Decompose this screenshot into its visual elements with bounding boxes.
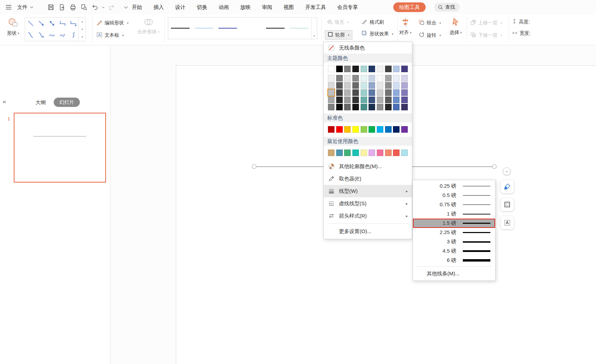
line-weight-item[interactable]: 1 磅 [413, 209, 495, 219]
line-style-sample[interactable] [168, 18, 192, 39]
collapse-toolbar-button[interactable]: − [503, 167, 511, 175]
line-start-handle[interactable] [252, 164, 256, 169]
color-swatch[interactable] [336, 66, 343, 72]
color-swatch[interactable] [352, 126, 359, 133]
color-swatch[interactable] [344, 82, 351, 89]
color-swatch[interactable] [401, 66, 408, 72]
output-icon[interactable] [57, 2, 67, 12]
hamburger-menu-icon[interactable] [3, 2, 14, 12]
color-swatch[interactable] [328, 89, 334, 96]
color-swatch[interactable] [377, 75, 383, 81]
slide-thumbnail[interactable] [14, 113, 106, 183]
color-swatch[interactable] [336, 97, 343, 103]
color-swatch[interactable] [352, 82, 359, 89]
undo-icon[interactable] [90, 2, 100, 12]
color-swatch[interactable] [361, 126, 367, 133]
line-weight-item[interactable]: 6 磅 [413, 256, 495, 265]
line-style-sample[interactable] [263, 18, 287, 39]
shapes-button[interactable]: 形状▾ [4, 17, 22, 36]
collapse-panel-button[interactable]: « [3, 98, 6, 105]
menu-tab[interactable]: 视图 [284, 4, 294, 11]
tab-outline[interactable]: 大纲 [35, 99, 46, 106]
color-swatch[interactable] [369, 97, 375, 103]
menu-tab[interactable]: 会员专享 [337, 4, 358, 11]
color-swatch[interactable] [344, 75, 351, 81]
line-weight-item[interactable]: 1.5 磅 [413, 219, 495, 228]
color-swatch[interactable] [352, 150, 359, 156]
no-line-color-item[interactable]: 无线条颜色 [324, 42, 412, 54]
color-swatch[interactable] [328, 82, 334, 89]
arrow-style-item[interactable]: 箭头样式(R) ▸ [324, 210, 412, 222]
color-swatch[interactable] [393, 89, 400, 96]
menu-tab[interactable]: 插入 [153, 4, 164, 11]
color-swatch[interactable] [328, 97, 334, 103]
more-lines-item[interactable]: 其他线条(M)... [413, 268, 495, 279]
line-style-sample[interactable] [240, 18, 263, 39]
gallery-scroll-down-icon[interactable]: ▾ [79, 25, 86, 33]
color-swatch[interactable] [377, 104, 383, 110]
line-weight-item[interactable]: 4.5 磅 [413, 246, 495, 256]
color-swatch[interactable] [361, 89, 367, 96]
gallery-expand-icon[interactable]: ▾ [79, 33, 86, 41]
rotate-button[interactable]: 旋转▾ [418, 32, 441, 39]
search-button[interactable]: 查找 [434, 3, 460, 12]
color-swatch[interactable] [369, 104, 375, 110]
shape-curve-connector-icon[interactable] [25, 29, 36, 41]
print-preview-icon[interactable] [79, 2, 89, 12]
color-swatch[interactable] [328, 126, 334, 133]
color-swatch[interactable] [336, 150, 343, 156]
color-swatch[interactable] [328, 75, 334, 81]
color-swatch[interactable] [385, 126, 392, 133]
color-swatch[interactable] [377, 66, 383, 72]
line-weight-item[interactable]: 0.5 磅 [413, 191, 495, 200]
menu-tab[interactable]: 审阅 [262, 4, 272, 11]
tab-drawing-tools[interactable]: 绘图工具 [393, 2, 426, 12]
menu-tab[interactable]: 切换 [197, 4, 207, 11]
shape-elbow-connector-icon[interactable] [57, 18, 68, 29]
color-swatch[interactable] [344, 97, 351, 103]
color-swatch[interactable] [393, 66, 400, 72]
color-swatch[interactable] [352, 97, 359, 103]
color-swatch[interactable] [336, 104, 343, 110]
shape-line-icon[interactable] [25, 18, 36, 29]
color-swatch[interactable] [377, 82, 383, 89]
shape-arrow-icon[interactable] [36, 18, 46, 29]
color-swatch[interactable] [385, 75, 392, 81]
line-style-sample[interactable] [287, 18, 311, 39]
color-swatch[interactable] [361, 97, 367, 103]
group-button[interactable]: 组合▾ [418, 19, 441, 26]
tab-slides[interactable]: 幻灯片 [54, 98, 80, 107]
color-swatch[interactable] [328, 104, 334, 110]
color-swatch[interactable] [369, 150, 375, 156]
color-swatch[interactable] [377, 150, 383, 156]
line-style-sample[interactable] [216, 18, 240, 39]
text-box-button[interactable]: 文本框▾ [96, 32, 124, 39]
color-swatch[interactable] [393, 75, 400, 81]
shape-double-arrow-icon[interactable] [46, 18, 57, 29]
color-swatch[interactable] [401, 104, 408, 110]
more-settings-item[interactable]: 更多设置(O)... [324, 225, 412, 238]
line-gallery-expand-icon[interactable]: ▾ [311, 18, 317, 39]
color-swatch[interactable] [361, 104, 367, 110]
color-swatch[interactable] [328, 66, 334, 72]
gallery-scroll-up-icon[interactable]: ▴ [79, 18, 86, 25]
line-weight-item[interactable]: 3 磅 [413, 237, 495, 246]
more-outline-colors-item[interactable]: 其他轮廓颜色(M)... [324, 160, 412, 173]
color-swatch[interactable] [377, 97, 383, 103]
color-swatch[interactable] [361, 82, 367, 89]
line-weight-item[interactable]: 0.25 磅 [413, 181, 495, 191]
dash-style-item[interactable]: 虚线线型(S) ▸ [324, 197, 412, 210]
quick-outline-button[interactable] [501, 198, 514, 211]
color-swatch[interactable] [377, 89, 383, 96]
quick-style-brush-button[interactable] [501, 180, 514, 193]
color-swatch[interactable] [336, 82, 343, 89]
line-weight-item[interactable]: 2.25 磅 [413, 228, 495, 237]
color-swatch[interactable] [361, 150, 367, 156]
shape-curve-arrow-icon[interactable] [36, 29, 46, 41]
color-swatch[interactable] [393, 150, 400, 156]
color-swatch[interactable] [401, 82, 408, 89]
color-swatch[interactable] [352, 104, 359, 110]
color-swatch[interactable] [361, 75, 367, 81]
color-swatch[interactable] [344, 104, 351, 110]
color-swatch[interactable] [401, 126, 408, 133]
